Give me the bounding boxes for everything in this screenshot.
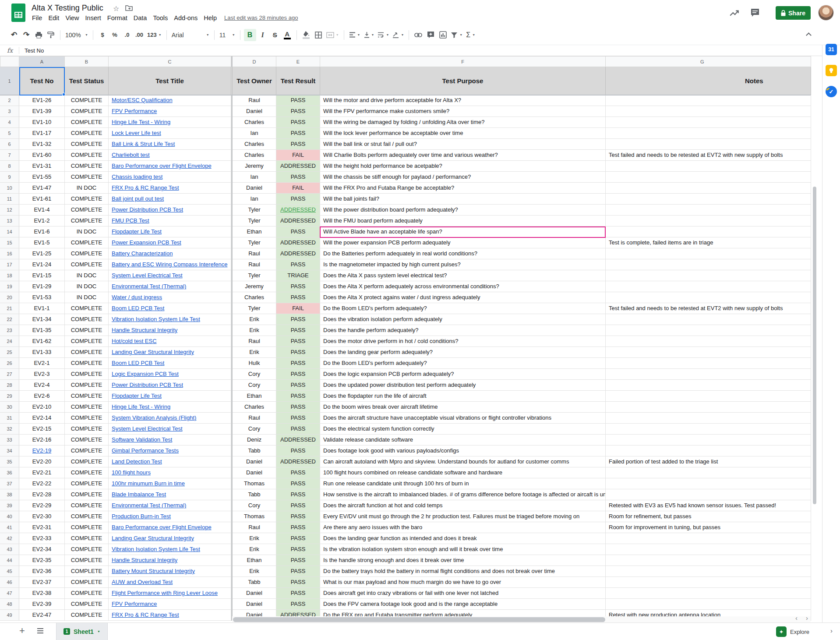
cell-test-status[interactable]: COMPLETE bbox=[65, 446, 109, 456]
cell-test-status[interactable]: COMPLETE bbox=[65, 205, 109, 216]
cell-notes[interactable]: Failed portion of test added to the tria… bbox=[606, 456, 811, 467]
cell-test-no[interactable]: EV1-5 bbox=[19, 237, 65, 248]
cell-test-status[interactable]: COMPLETE bbox=[65, 336, 109, 347]
column-header-d[interactable]: D bbox=[233, 56, 276, 67]
row-number[interactable]: 21 bbox=[0, 303, 19, 314]
cell-test-title-link[interactable]: Motor/ESC Qualification bbox=[109, 95, 231, 106]
cell-notes[interactable] bbox=[606, 325, 811, 336]
cell-test-owner[interactable]: Cory bbox=[233, 424, 276, 435]
cell-test-status[interactable]: COMPLETE bbox=[65, 95, 109, 106]
cell-test-owner[interactable]: Ethan bbox=[233, 391, 276, 402]
keep-icon[interactable] bbox=[826, 65, 837, 76]
row-number[interactable]: 31 bbox=[0, 413, 19, 424]
cell-notes[interactable] bbox=[606, 467, 811, 478]
cell-test-result[interactable]: ADDRESSED bbox=[276, 216, 320, 226]
comment-history-icon[interactable] bbox=[750, 7, 760, 18]
cell-test-purpose[interactable]: Will the FRX Pro and Futaba Range be acc… bbox=[320, 183, 606, 194]
cell-test-result[interactable]: PASS bbox=[276, 489, 320, 500]
cell-test-result[interactable]: PASS bbox=[276, 117, 320, 128]
cell-test-status[interactable]: COMPLETE bbox=[65, 424, 109, 435]
cell-test-title-link[interactable]: Handle Structural Integrity bbox=[109, 555, 231, 566]
add-sheet-button[interactable]: + bbox=[19, 625, 25, 636]
cell-test-purpose[interactable]: Run one release candidate unit through 1… bbox=[320, 478, 606, 489]
row-number[interactable]: 27 bbox=[0, 369, 19, 380]
cell-test-result[interactable]: PASS bbox=[276, 95, 320, 106]
cell-test-owner[interactable]: Ethan bbox=[233, 226, 276, 237]
cell-test-owner[interactable]: Erik bbox=[233, 347, 276, 358]
cell-notes[interactable] bbox=[606, 183, 811, 194]
cell-test-result[interactable]: PASS bbox=[276, 369, 320, 380]
cell-test-owner[interactable]: Charles bbox=[233, 139, 276, 150]
row-number[interactable]: 37 bbox=[0, 478, 19, 489]
cell-test-title-link[interactable]: Logic Expansion PCB Test bbox=[109, 369, 231, 380]
cell-test-status[interactable]: COMPLETE bbox=[65, 566, 109, 577]
insert-link-icon[interactable] bbox=[413, 29, 424, 41]
cell-notes[interactable] bbox=[606, 566, 811, 577]
font-size-select[interactable]: 11 ▼ bbox=[218, 29, 236, 41]
cell-test-owner[interactable]: Raul bbox=[233, 413, 276, 424]
cell-notes[interactable]: Test failed and needs to be retested at … bbox=[606, 303, 811, 314]
cell-test-result[interactable]: ADDRESSED bbox=[276, 237, 320, 248]
cell-test-result[interactable]: PASS bbox=[276, 500, 320, 511]
borders-button[interactable] bbox=[313, 29, 324, 41]
cell-test-result[interactable]: TRIAGE bbox=[276, 270, 320, 281]
cell-test-owner[interactable]: Charles bbox=[233, 150, 276, 161]
sheet-tab-sheet1[interactable]: 1 Sheet1 ▼ bbox=[56, 623, 108, 640]
cell-notes[interactable] bbox=[606, 599, 811, 610]
cell-test-no[interactable]: EV2-39 bbox=[19, 599, 65, 610]
cell-notes[interactable] bbox=[606, 259, 811, 270]
cell-notes[interactable] bbox=[606, 281, 811, 292]
cell-test-title-link[interactable]: System Level Electrical Test bbox=[109, 270, 231, 281]
cell-test-purpose[interactable]: Will the FPV performance make customers … bbox=[320, 106, 606, 117]
cell-test-owner[interactable]: Tyler bbox=[233, 216, 276, 226]
cell-notes[interactable] bbox=[606, 555, 811, 566]
cell-test-status[interactable]: COMPLETE bbox=[65, 248, 109, 259]
cell-test-no[interactable]: EV1-60 bbox=[19, 150, 65, 161]
cell-test-status[interactable]: COMPLETE bbox=[65, 172, 109, 183]
cell-test-result[interactable]: PASS bbox=[276, 106, 320, 117]
cell-test-status[interactable]: IN DOC bbox=[65, 292, 109, 303]
cell-test-title-link[interactable]: Flight Performance with Ring Lever Loose bbox=[109, 588, 231, 599]
cell-test-title-link[interactable]: Gimbal Performance Tests bbox=[109, 446, 231, 456]
cell-test-title-link[interactable]: Battery Mount Structural Integrity bbox=[109, 566, 231, 577]
menu-edit[interactable]: Edit bbox=[45, 14, 62, 22]
cell-test-title-link[interactable]: FPV Performance bbox=[109, 599, 231, 610]
cell-test-result[interactable]: PASS bbox=[276, 391, 320, 402]
cell-test-status[interactable]: COMPLETE bbox=[65, 478, 109, 489]
row-number[interactable]: 10 bbox=[0, 183, 19, 194]
cell-notes[interactable] bbox=[606, 533, 811, 544]
cell-test-status[interactable]: IN DOC bbox=[65, 183, 109, 194]
cell-test-no[interactable]: EV2-36 bbox=[19, 566, 65, 577]
cell-test-purpose[interactable]: Will the FMU board perform adequately bbox=[320, 216, 606, 226]
cell-test-title-link[interactable]: Hinge Life Test - Wiring bbox=[109, 402, 231, 413]
format-percent-button[interactable]: % bbox=[109, 29, 120, 41]
row-number[interactable]: 5 bbox=[0, 128, 19, 139]
cell-test-no[interactable]: EV1-25 bbox=[19, 248, 65, 259]
cell-test-no[interactable]: EV1-32 bbox=[19, 139, 65, 150]
cell-notes[interactable]: Retest with new production antenna locat… bbox=[606, 610, 811, 621]
cell-test-result[interactable]: FAIL bbox=[276, 183, 320, 194]
cell-test-result[interactable]: PASS bbox=[276, 314, 320, 325]
collapse-toolbar-button[interactable] bbox=[805, 32, 812, 39]
menu-view[interactable]: View bbox=[62, 14, 82, 22]
cell-test-result[interactable]: PASS bbox=[276, 566, 320, 577]
cell-test-owner[interactable]: Erik bbox=[233, 533, 276, 544]
cell-test-status[interactable]: COMPLETE bbox=[65, 106, 109, 117]
cell-test-no[interactable]: EV2-10 bbox=[19, 402, 65, 413]
cell-test-no[interactable]: EV2-30 bbox=[19, 511, 65, 522]
cell-test-status[interactable]: COMPLETE bbox=[65, 413, 109, 424]
row-number[interactable]: 18 bbox=[0, 270, 19, 281]
cell-test-purpose[interactable]: Does the aircraft structure have unaccep… bbox=[320, 413, 606, 424]
cell-test-owner[interactable]: Cory bbox=[233, 380, 276, 391]
cell-test-purpose[interactable]: Is the handle strong enough and does it … bbox=[320, 555, 606, 566]
increase-decimal-button[interactable]: .00 bbox=[134, 29, 145, 41]
row-number[interactable]: 45 bbox=[0, 566, 19, 577]
undo-icon[interactable]: ↶ bbox=[8, 29, 20, 41]
cell-test-title-link[interactable]: Vibration Isolation System Life Test bbox=[109, 544, 231, 555]
cell-test-no[interactable]: EV2-29 bbox=[19, 500, 65, 511]
row-number[interactable]: 16 bbox=[0, 248, 19, 259]
italic-button[interactable]: I bbox=[257, 29, 268, 41]
cell-test-purpose[interactable]: Does the flopdapter run the life of airc… bbox=[320, 391, 606, 402]
cell-test-purpose[interactable]: Does footage look good with various payl… bbox=[320, 446, 606, 456]
cell-notes[interactable] bbox=[606, 446, 811, 456]
